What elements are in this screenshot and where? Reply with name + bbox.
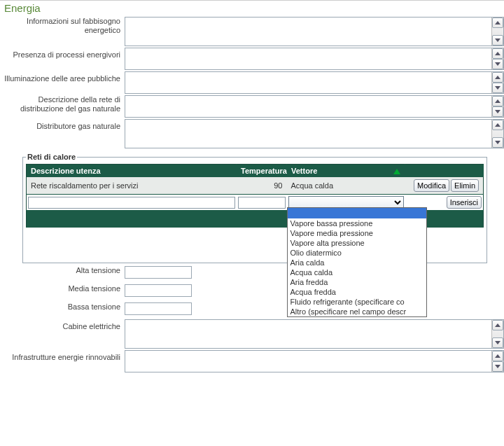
spinner-down[interactable] — [492, 137, 503, 148]
section-energia-title: Energia — [0, 0, 504, 15]
sort-asc-icon[interactable] — [393, 169, 400, 174]
table-input-row: Vapore bassa pressioneVapore media press… — [27, 195, 484, 211]
new-descrizione-input[interactable] — [28, 197, 235, 209]
input-bassa-tensione[interactable] — [125, 302, 192, 315]
spinner-up[interactable] — [492, 320, 503, 330]
input-cabine[interactable] — [125, 320, 491, 348]
spinner-up[interactable] — [492, 96, 503, 106]
input-distributore-gas[interactable] — [125, 120, 491, 148]
spinner-down[interactable] — [492, 35, 503, 46]
spinner-down[interactable] — [492, 106, 503, 117]
dropdown-option[interactable]: Aria calda — [288, 258, 426, 267]
label-media-tensione: Media tensione — [0, 284, 125, 293]
dropdown-option[interactable]: Altro (specificare nel campo descr — [288, 307, 426, 316]
spinner-up[interactable] — [492, 351, 503, 361]
inserisci-button[interactable]: Inserisci — [447, 196, 482, 209]
label-alta-tensione: Alta tensione — [0, 266, 125, 275]
reti-table: Descrizione utenza Temperatura Vettore R… — [26, 164, 484, 228]
elimina-button[interactable]: Elimin — [451, 179, 479, 192]
spinner-up[interactable] — [492, 120, 503, 130]
label-illuminazione: Illuminazione delle aree pubbliche — [0, 71, 125, 83]
col-temperatura[interactable]: Temperatura — [237, 165, 287, 178]
dropdown-option[interactable]: Fluido refrigerante (specificare co — [288, 297, 426, 307]
spinner-down[interactable] — [492, 337, 503, 348]
reti-di-calore-fieldset: Reti di calore Descrizione utenza Temper… — [22, 153, 487, 263]
spinner-up[interactable] — [492, 48, 503, 59]
label-fabbisogno: Informazioni sul fabbisogno energetico — [0, 17, 125, 35]
input-rete-gas[interactable] — [125, 96, 491, 117]
label-cabine: Cabine elettriche — [0, 319, 125, 331]
col-vettore-label: Vettore — [291, 167, 317, 175]
dropdown-option[interactable]: Acqua calda — [288, 267, 426, 277]
spinner-down[interactable] — [492, 83, 503, 93]
table-row: Rete riscaldamento per i servizi 90 Acqu… — [27, 177, 484, 195]
label-rete-gas: Descrizione della rete di distribuzione … — [0, 95, 125, 113]
dropdown-option[interactable]: Acqua fredda — [288, 287, 426, 297]
dropdown-option[interactable]: Vapore media pressione — [288, 228, 426, 238]
label-rinnovabili: Infrastrutture energie rinnovabili — [0, 350, 125, 362]
input-media-tensione[interactable] — [125, 284, 192, 297]
reti-legend: Reti di calore — [26, 153, 77, 161]
spinner-down[interactable] — [492, 361, 503, 372]
modifica-button[interactable]: Modifica — [414, 179, 449, 192]
vettore-dropdown-popup[interactable]: Vapore bassa pressioneVapore media press… — [287, 207, 427, 317]
label-energivori: Presenza di processi energivori — [0, 48, 125, 60]
input-fabbisogno[interactable] — [125, 18, 491, 46]
cell-vettore: Acqua calda — [287, 177, 405, 195]
dropdown-option[interactable]: Vapore bassa pressione — [288, 218, 426, 228]
spinner-up[interactable] — [492, 18, 503, 28]
col-vettore[interactable]: Vettore — [287, 165, 405, 178]
col-descrizione[interactable]: Descrizione utenza — [27, 165, 237, 178]
dropdown-option[interactable]: Olio diatermico — [288, 248, 426, 258]
input-energivori[interactable] — [125, 48, 491, 69]
dropdown-option[interactable]: Aria fredda — [288, 277, 426, 287]
input-rinnovabili[interactable] — [125, 351, 491, 372]
col-actions — [405, 165, 484, 178]
cell-descrizione: Rete riscaldamento per i servizi — [27, 177, 237, 195]
dropdown-option[interactable]: Vapore alta pressione — [288, 238, 426, 248]
label-distributore-gas: Distributore gas naturale — [0, 119, 125, 131]
dropdown-option-selected[interactable] — [288, 208, 426, 218]
input-illuminazione[interactable] — [125, 72, 491, 93]
spinner-up[interactable] — [492, 72, 503, 83]
spinner-down[interactable] — [492, 59, 503, 69]
cell-temperatura: 90 — [237, 177, 287, 195]
label-bassa-tensione: Bassa tensione — [0, 302, 125, 312]
new-temperatura-input[interactable] — [238, 197, 286, 209]
input-alta-tensione[interactable] — [125, 266, 192, 279]
